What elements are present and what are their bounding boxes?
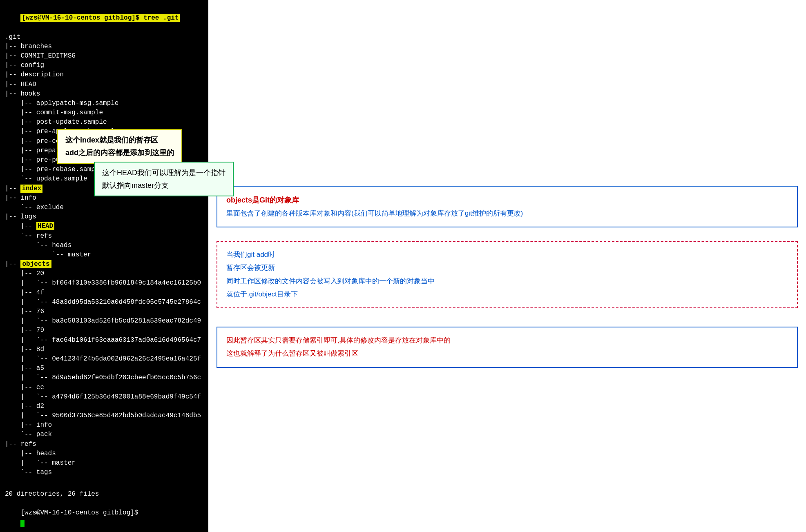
box-index-explain-line1: 因此暂存区其实只需要存储索引即可,具体的修改内容是存放在对象库中的 bbox=[226, 334, 788, 347]
box-index-explain: 因此暂存区其实只需要存储索引即可,具体的修改内容是存放在对象库中的 这也就解释了… bbox=[217, 327, 798, 368]
box-git-add-line4: 就位于.git/object目录下 bbox=[226, 288, 788, 301]
tree-line-3: |-- config bbox=[5, 61, 203, 70]
box-index-explain-line2: 这也就解释了为什么暂存区又被叫做索引区 bbox=[226, 347, 788, 360]
tree-line-6: |-- hooks bbox=[5, 89, 203, 99]
tree-refs-master: | `-- master bbox=[5, 459, 203, 468]
box-objects: objects是Git的对象库 里面包含了创建的各种版本库对象和内容(我们可以简… bbox=[217, 186, 798, 227]
prompt-highlight-1: [wzs@VM-16-10-centos gitblog]$ tree .git bbox=[20, 14, 180, 22]
tree-line-objects: |-- objects bbox=[5, 260, 203, 269]
terminal-prompt-1: [wzs@VM-16-10-centos gitblog]$ tree .git bbox=[5, 4, 203, 33]
tree-line-logs-heads: `-- heads bbox=[5, 241, 203, 250]
tree-line-logs-refs: `-- refs bbox=[5, 231, 203, 241]
tree-refs-heads: |-- heads bbox=[5, 449, 203, 459]
annotation-index-line1: 这个index就是我们的暂存区 bbox=[65, 134, 174, 147]
tree-obj-pack: `-- pack bbox=[5, 430, 203, 439]
terminal-prompt-2: [wzs@VM-16-10-centos gitblog]$ bbox=[5, 499, 203, 532]
box-git-add-line2: 暂存区会被更新 bbox=[226, 261, 788, 274]
annotation-index-line2: add之后的内容都是添加到这里的 bbox=[65, 147, 174, 159]
tree-line-exclude: `-- exclude bbox=[5, 203, 203, 212]
annotation-index-box: 这个index就是我们的暂存区 add之后的内容都是添加到这里的 bbox=[57, 129, 182, 164]
tree-obj-76: |-- 76 bbox=[5, 307, 203, 316]
tree-obj-4f-hash: | `-- 48a3dd95da53210a0d458fdc05e5745e27… bbox=[5, 298, 203, 307]
terminal-panel: [wzs@VM-16-10-centos gitblog]$ tree .git… bbox=[0, 0, 208, 532]
box-git-add-line3: 同时工作区修改的文件内容会被写入到对象库中的一个新的对象当中 bbox=[226, 275, 788, 288]
tree-line-1: |-- branches bbox=[5, 42, 203, 51]
box-git-add: 当我们git add时 暂存区会被更新 同时工作区修改的文件内容会被写入到对象库… bbox=[217, 241, 798, 308]
prompt-text-2: [wzs@VM-16-10-centos gitblog]$ bbox=[20, 509, 138, 516]
tree-line-7: |-- applypatch-msg.sample bbox=[5, 99, 203, 108]
tree-obj-a5: |-- a5 bbox=[5, 364, 203, 373]
head-highlight: HEAD bbox=[36, 222, 54, 230]
tree-obj-info: |-- info bbox=[5, 421, 203, 430]
tree-line-4: |-- description bbox=[5, 70, 203, 80]
index-highlight: index bbox=[20, 185, 42, 193]
tree-line-5: |-- HEAD bbox=[5, 80, 203, 89]
annotation-head-box: 这个HEAD我们可以理解为是一个指针 默认指向master分支 bbox=[94, 162, 234, 196]
tree-obj-79-hash: | `-- fac64b1061f63eaaa63137ad0a616d4965… bbox=[5, 336, 203, 345]
tree-obj-20: |-- 20 bbox=[5, 269, 203, 278]
tree-line-8: |-- commit-msg.sample bbox=[5, 108, 203, 118]
tree-obj-d2: |-- d2 bbox=[5, 402, 203, 411]
tree-refs-tags: `-- tags bbox=[5, 468, 203, 477]
objects-highlight: objects bbox=[20, 260, 51, 268]
tree-line-logs-master: `-- master bbox=[5, 250, 203, 260]
tree-obj-a5-hash: | `-- 8d9a5ebd82fe05dbf283cbeefb05cc0c5b… bbox=[5, 373, 203, 383]
tree-summary: 20 directories, 26 files bbox=[5, 490, 203, 499]
annotation-head-line1: 这个HEAD我们可以理解为是一个指针 bbox=[102, 167, 226, 179]
tree-refs: |-- refs bbox=[5, 440, 203, 449]
annotation-head-line2: 默认指向master分支 bbox=[102, 179, 226, 192]
tree-obj-20-hash: | `-- bf064f310e3386fb9681849c184a4ec161… bbox=[5, 278, 203, 288]
box-git-add-line1: 当我们git add时 bbox=[226, 248, 788, 261]
tree-line-logs: |-- logs bbox=[5, 212, 203, 222]
tree-obj-76-hash: | `-- ba3c583103ad526fb5cd5281a539eac782… bbox=[5, 316, 203, 326]
tree-obj-d2-hash: | `-- 9500d37358ce85d482bd5b0dadcac49c14… bbox=[5, 411, 203, 421]
tree-line-root: .git bbox=[5, 33, 203, 42]
tree-line-9: |-- post-update.sample bbox=[5, 118, 203, 127]
tree-obj-4f: |-- 4f bbox=[5, 288, 203, 298]
tree-obj-8d: |-- 8d bbox=[5, 345, 203, 354]
tree-line-logs-head: |-- HEAD bbox=[5, 222, 203, 231]
tree-obj-cc-hash: | `-- a4794d6f125b36d492001a88e69bad9f49… bbox=[5, 392, 203, 402]
tree-line-2: |-- COMMIT_EDITMSG bbox=[5, 51, 203, 61]
tree-obj-cc: |-- cc bbox=[5, 383, 203, 392]
terminal-cursor bbox=[20, 520, 25, 527]
box-objects-title: objects是Git的对象库 bbox=[226, 193, 788, 207]
tree-obj-8d-hash: | `-- 0e41234f24b6da002d962a26c2495ea16a… bbox=[5, 354, 203, 364]
box-objects-body: 里面包含了创建的各种版本库对象和内容(我们可以简单地理解为对象库存放了git维护… bbox=[226, 207, 788, 220]
tree-obj-79: |-- 79 bbox=[5, 326, 203, 335]
